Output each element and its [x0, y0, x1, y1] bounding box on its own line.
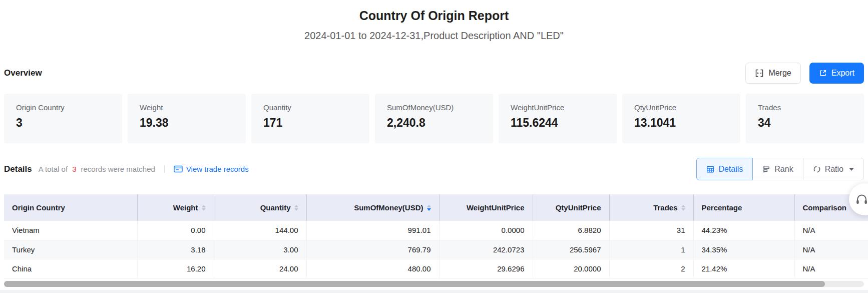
- table-cell: 480.00: [306, 259, 439, 278]
- horizontal-scrollbar-thumb[interactable]: [4, 281, 825, 287]
- stat-card-origin-country: Origin Country 3: [4, 94, 122, 143]
- column-header-weight[interactable]: Weight: [137, 194, 214, 221]
- table-cell: 2: [609, 259, 693, 278]
- stat-value: 2,240.8: [387, 116, 481, 130]
- column-header-label: QtyUnitPrice: [556, 203, 601, 212]
- tab-details[interactable]: Details: [696, 158, 753, 180]
- column-header-weightunitprice: WeightUnitPrice: [439, 194, 533, 221]
- table-row: China16.2024.00480.0029.629620.0000221.4…: [4, 259, 868, 278]
- data-table: Origin CountryWeightQuantitySumOfMoney(U…: [4, 194, 868, 278]
- tab-ratio[interactable]: Ratio: [803, 158, 864, 180]
- report-subtitle: 2024-01-01 to 2024-12-31,Product Descrip…: [0, 30, 868, 42]
- overview-bar: Overview Merge Export: [0, 63, 868, 84]
- overview-heading: Overview: [4, 68, 42, 78]
- column-header-label: Quantity: [260, 203, 291, 212]
- export-button-label: Export: [831, 69, 854, 78]
- table-cell: 34.35%: [693, 240, 794, 259]
- stat-label: Quantity: [263, 103, 357, 112]
- rank-icon: [762, 165, 770, 173]
- column-header-origin-country: Origin Country: [4, 194, 137, 221]
- tab-label: Ratio: [825, 165, 843, 174]
- column-header-percentage: Percentage: [693, 194, 794, 221]
- merge-icon: [755, 69, 764, 78]
- stat-value: 19.38: [140, 116, 234, 130]
- table-header-row: Origin CountryWeightQuantitySumOfMoney(U…: [4, 194, 868, 221]
- details-toolbar: Details A total of 3 records were matche…: [0, 158, 868, 180]
- ratio-icon: [813, 165, 821, 173]
- table-cell: 29.6296: [439, 259, 533, 278]
- sort-icon[interactable]: [294, 205, 298, 211]
- tab-label: Details: [718, 165, 743, 174]
- stat-label: QtyUnitPrice: [634, 103, 728, 112]
- details-table-viewport: Origin CountryWeightQuantitySumOfMoney(U…: [4, 194, 868, 278]
- merge-button[interactable]: Merge: [745, 63, 800, 84]
- stat-card-sum-of-money: SumOfMoney(USD) 2,240.8: [375, 94, 493, 143]
- match-summary-prefix: A total of: [39, 165, 68, 173]
- view-trade-records-label: View trade records: [186, 165, 249, 173]
- tab-label: Rank: [774, 165, 793, 174]
- stat-card-trades: Trades 34: [746, 94, 864, 143]
- table-cell: 20.0000: [533, 259, 609, 278]
- table-cell: N/A: [794, 259, 868, 278]
- stat-value: 171: [263, 116, 357, 130]
- sort-icon[interactable]: [202, 205, 206, 211]
- overview-actions: Merge Export: [745, 63, 864, 84]
- sort-icon[interactable]: [427, 205, 431, 211]
- export-button[interactable]: Export: [809, 63, 864, 84]
- sort-icon[interactable]: [681, 205, 685, 211]
- column-header-qtyunitprice: QtyUnitPrice: [533, 194, 609, 221]
- table-cell: 16.20: [137, 259, 214, 278]
- stat-value: 115.6244: [511, 116, 605, 130]
- stat-label: SumOfMoney(USD): [387, 103, 481, 112]
- table-row: Turkey3.183.00769.79242.0723256.5967134.…: [4, 240, 868, 259]
- table-cell: 256.5967: [533, 240, 609, 259]
- table-cell: 31: [609, 221, 693, 240]
- match-summary-suffix: records were matched: [81, 165, 155, 173]
- column-header-label: Origin Country: [12, 203, 65, 212]
- tab-rank[interactable]: Rank: [752, 158, 803, 180]
- column-header-label: Weight: [173, 203, 198, 212]
- column-header-label: Percentage: [702, 203, 742, 212]
- table-cell: 21.42%: [693, 259, 794, 278]
- overview-cards: Origin Country 3 Weight 19.38 Quantity 1…: [0, 94, 868, 143]
- column-header-label: Trades: [653, 203, 677, 212]
- table-cell: 0.00: [137, 221, 214, 240]
- horizontal-scrollbar-track: [4, 281, 864, 287]
- stat-value: 3: [16, 116, 110, 130]
- table-cell: N/A: [794, 221, 868, 240]
- stat-label: Weight: [140, 103, 234, 112]
- table-cell: China: [4, 259, 137, 278]
- stat-label: Origin Country: [16, 103, 110, 112]
- table-cell: 991.01: [306, 221, 439, 240]
- trade-records-icon: [174, 165, 183, 173]
- table-icon: [706, 165, 714, 173]
- column-header-quantity[interactable]: Quantity: [214, 194, 306, 221]
- view-trade-records-link[interactable]: View trade records: [174, 165, 249, 173]
- page-title: Country Of Origin Report: [0, 8, 868, 23]
- table-cell: 242.0723: [439, 240, 533, 259]
- stat-card-qty-unit-price: QtyUnitPrice 13.1041: [622, 94, 740, 143]
- divider: [164, 165, 165, 173]
- table-cell: 3.00: [214, 240, 306, 259]
- stat-card-weight: Weight 19.38: [128, 94, 246, 143]
- column-header-trades[interactable]: Trades: [609, 194, 693, 221]
- chevron-down-icon: [849, 168, 854, 171]
- table-cell: 144.00: [214, 221, 306, 240]
- stat-label: Trades: [758, 103, 852, 112]
- table-cell: Vietnam: [4, 221, 137, 240]
- table-cell: N/A: [794, 240, 868, 259]
- stat-label: WeightUnitPrice: [511, 103, 605, 112]
- table-cell: 3.18: [137, 240, 214, 259]
- merge-button-label: Merge: [768, 69, 791, 78]
- table-cell: 0.0000: [439, 221, 533, 240]
- stat-card-quantity: Quantity 171: [251, 94, 369, 143]
- page-bottom-edge: [0, 290, 868, 293]
- table-cell: 1: [609, 240, 693, 259]
- table-cell: 44.23%: [693, 221, 794, 240]
- record-count: 3: [72, 165, 76, 173]
- table-row: Vietnam0.00144.00991.010.00006.88203144.…: [4, 221, 868, 240]
- table-cell: Turkey: [4, 240, 137, 259]
- view-switcher: Details Rank Ratio: [696, 158, 864, 180]
- column-header-sumofmoney-usd[interactable]: SumOfMoney(USD): [306, 194, 439, 221]
- table-cell: 769.79: [306, 240, 439, 259]
